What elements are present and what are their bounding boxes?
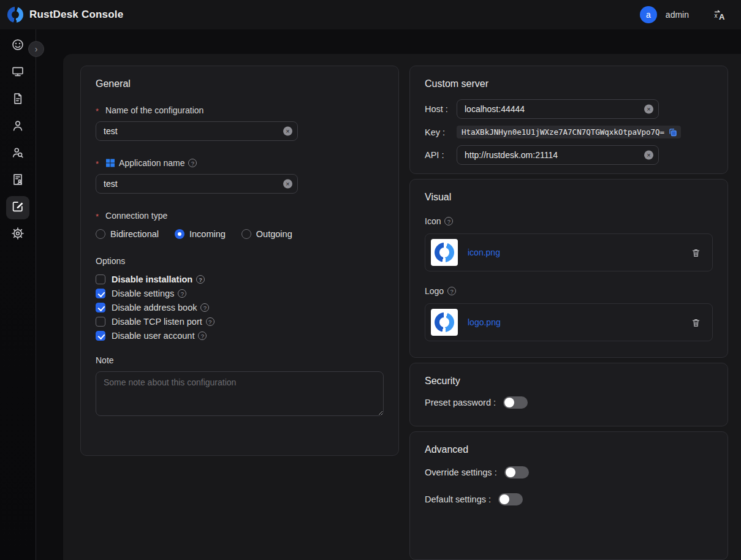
visual-card: Visual Icon icon.png Logo [409, 179, 728, 358]
top-bar: RustDesk Console a admin x A [0, 0, 741, 29]
option-disable-address-book: Disable address book [96, 303, 384, 312]
logo-thumbnail [431, 309, 458, 336]
rustdesk-logo-icon [435, 243, 454, 262]
note-textarea[interactable] [96, 371, 384, 416]
default-settings-row: Default settings : [425, 493, 713, 505]
help-icon[interactable] [200, 303, 209, 312]
clear-api-icon[interactable] [644, 151, 653, 160]
security-card: Security Preset password : [409, 363, 728, 426]
connection-type-radios: Bidirectional Incoming Outgoing [96, 229, 384, 239]
name-label: Name of the configuration [105, 105, 203, 115]
checkbox[interactable] [96, 331, 105, 341]
smile-icon [11, 38, 25, 54]
avatar[interactable]: a [640, 6, 657, 23]
security-title: Security [425, 376, 713, 387]
required-asterisk: * [96, 159, 99, 168]
name-input[interactable] [96, 121, 298, 141]
default-settings-toggle[interactable] [498, 493, 523, 505]
help-icon[interactable] [206, 317, 215, 326]
option-label: Disable address book [112, 303, 197, 312]
key-label: Key : [425, 127, 457, 137]
document-icon [11, 92, 25, 108]
brand: RustDesk Console [7, 7, 123, 23]
custom-server-title: Custom server [425, 78, 713, 89]
svg-text:A: A [719, 12, 725, 21]
host-input[interactable] [457, 99, 659, 119]
checkbox[interactable] [96, 317, 105, 327]
api-input[interactable] [457, 145, 659, 165]
sidebar-item-dashboard[interactable] [6, 34, 29, 58]
host-row: Host : [425, 99, 713, 119]
icon-label: Icon [425, 216, 441, 226]
checkbox[interactable] [96, 303, 105, 312]
sidebar-item-devices[interactable] [6, 61, 29, 85]
advanced-title: Advanced [425, 444, 713, 455]
sidebar-item-users[interactable] [6, 115, 29, 138]
radio-outgoing[interactable]: Outgoing [241, 229, 292, 239]
preset-password-row: Preset password : [425, 396, 713, 409]
preset-password-toggle[interactable] [503, 396, 528, 409]
radio-bidirectional[interactable]: Bidirectional [96, 229, 159, 239]
copy-icon[interactable] [669, 128, 677, 137]
main-content: General * Name of the configuration * [36, 29, 741, 560]
trash-icon[interactable] [691, 317, 701, 328]
sidebar-collapse-button[interactable]: › [28, 41, 44, 57]
help-icon[interactable] [188, 159, 197, 167]
radio-label: Incoming [189, 229, 226, 239]
icon-label-row: Icon [425, 216, 713, 226]
logo-label: Logo [425, 286, 444, 296]
options-label: Options [96, 256, 384, 266]
app-title: RustDesk Console [29, 9, 123, 21]
default-settings-label: Default settings : [425, 494, 491, 504]
clear-app-name-icon[interactable] [283, 180, 292, 189]
sidebar-item-address-books[interactable] [6, 169, 29, 192]
help-icon[interactable] [444, 217, 453, 225]
svg-text:x: x [715, 12, 718, 19]
rustdesk-logo-icon [435, 312, 454, 332]
option-disable-settings: Disable settings [96, 289, 384, 298]
radio-dot [175, 229, 184, 239]
sidebar-item-custom-clients[interactable] [6, 196, 29, 219]
required-asterisk: * [96, 107, 99, 116]
trash-icon[interactable] [691, 248, 701, 258]
checkbox[interactable] [96, 289, 105, 298]
user-icon [11, 119, 25, 135]
sidebar-item-groups[interactable] [6, 142, 29, 165]
edit-icon [11, 200, 25, 216]
help-icon[interactable] [178, 289, 186, 298]
override-settings-toggle[interactable] [504, 466, 529, 479]
clear-host-icon[interactable] [644, 105, 653, 114]
key-chip: HtaXBkJNHyn0e1U1jWXze7A7CN7QTGWqxkOtpaVp… [457, 126, 681, 138]
general-title: General [96, 78, 384, 89]
icon-file-link[interactable]: icon.png [468, 248, 500, 257]
note-label: Note [96, 355, 384, 365]
sidebar-item-settings[interactable] [6, 223, 29, 246]
logo-file-link[interactable]: logo.png [468, 317, 501, 327]
api-label: API : [425, 150, 457, 160]
option-label: Disable settings [112, 289, 174, 298]
username[interactable]: admin [666, 10, 689, 20]
preset-password-label: Preset password : [425, 398, 496, 407]
sidebar-item-audit[interactable] [6, 88, 29, 112]
checkbox[interactable] [96, 274, 105, 284]
translate-icon[interactable]: x A [713, 9, 726, 21]
host-label: Host : [425, 104, 457, 114]
logo-file-row: logo.png [425, 303, 713, 341]
custom-server-card: Custom server Host : Key : HtaXBkJNHyn0e… [409, 66, 728, 174]
override-settings-label: Override settings : [425, 467, 497, 477]
radio-incoming[interactable]: Incoming [175, 229, 226, 239]
general-card: General * Name of the configuration * [80, 66, 399, 456]
option-label: Disable installation [112, 274, 192, 284]
gear-icon [11, 227, 25, 243]
required-asterisk: * [96, 212, 99, 221]
clear-name-icon[interactable] [283, 127, 292, 136]
radio-label: Bidirectional [110, 229, 159, 239]
option-label: Disable user account [112, 331, 194, 341]
help-icon[interactable] [447, 287, 456, 295]
help-icon[interactable] [198, 331, 207, 340]
app-name-input[interactable] [96, 174, 298, 194]
key-row: Key : HtaXBkJNHyn0e1U1jWXze7A7CN7QTGWqxk… [425, 126, 713, 138]
connection-type-label: Connection type [105, 211, 167, 221]
help-icon[interactable] [196, 275, 205, 284]
logo-label-row: Logo [425, 286, 713, 296]
